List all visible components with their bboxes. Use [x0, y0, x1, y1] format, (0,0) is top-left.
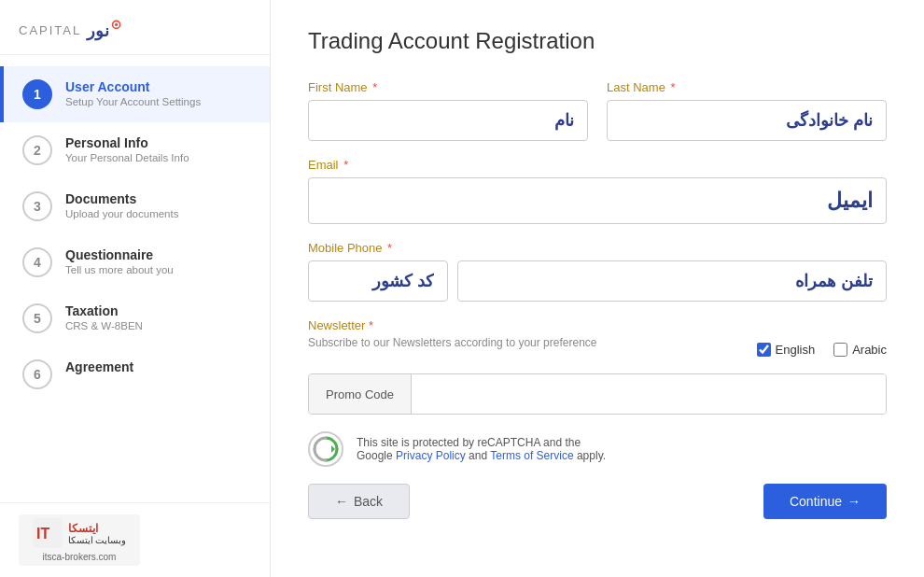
terms-link[interactable]: Terms of Service — [490, 449, 573, 462]
newsletter-arabic-checkbox[interactable] — [833, 343, 847, 357]
sidebar-item-taxation[interactable]: 5 Taxation CRS & W-8BEN — [0, 290, 270, 346]
step-content-5: Taxation CRS & W-8BEN — [65, 303, 251, 331]
step-number-3: 3 — [22, 191, 52, 221]
phone-group: Mobile Phone * — [308, 241, 887, 302]
step-content-2: Personal Info Your Personal Details Info — [65, 135, 251, 163]
promo-label: Promo Code — [309, 374, 412, 414]
step-title-1: User Account — [65, 79, 251, 94]
step-title-6: Agreement — [65, 359, 251, 374]
step-sub-1: Setup Your Account Settings — [65, 96, 251, 107]
step-number-1: 1 — [22, 79, 52, 109]
itsca-logo: IT ایتسکا وبسایت ایتسکا itsca-brokers.co… — [19, 514, 140, 566]
last-name-label: Last Name * — [607, 80, 887, 94]
apply-text: apply. — [577, 449, 606, 462]
logo-icon: نور — [85, 17, 122, 43]
page-title: Trading Account Registration — [308, 28, 887, 54]
promo-row: Promo Code — [308, 373, 887, 415]
sidebar-item-personal-info[interactable]: 2 Personal Info Your Personal Details In… — [0, 122, 270, 178]
step-number-2: 2 — [22, 135, 52, 165]
recaptcha-text-1: This site is protected by reCAPTCHA and … — [357, 436, 581, 449]
logo-area: CAPITAL نور — [0, 0, 270, 55]
first-name-label: First Name * — [308, 80, 588, 94]
and-text: and — [469, 449, 487, 462]
recaptcha-svg — [313, 436, 339, 462]
continue-button[interactable]: Continue → — [763, 484, 887, 519]
step-sub-3: Upload your documents — [65, 208, 251, 219]
svg-text:IT: IT — [36, 526, 49, 542]
step-number-4: 4 — [22, 247, 52, 277]
newsletter-options: English Arabic — [757, 343, 888, 357]
newsletter-label: Newsletter * — [308, 318, 597, 332]
newsletter-sub: Subscribe to our Newsletters according t… — [308, 336, 597, 349]
back-label: Back — [354, 494, 383, 509]
step-sub-4: Tell us more about you — [65, 264, 251, 275]
phone-number-input[interactable] — [457, 260, 887, 302]
phone-label: Mobile Phone * — [308, 241, 887, 255]
continue-arrow-icon: → — [847, 494, 861, 509]
sidebar-item-user-account[interactable]: 1 User Account Setup Your Account Settin… — [0, 66, 270, 122]
newsletter-section: Newsletter * Subscribe to our Newsletter… — [308, 318, 887, 357]
back-arrow-icon: ← — [335, 494, 348, 509]
itsca-subtitle: وبسایت ایتسکا — [68, 535, 127, 545]
email-label: Email * — [308, 158, 887, 172]
step-title-3: Documents — [65, 191, 251, 206]
sidebar: CAPITAL نور 1 User Account Setup Your Ac… — [0, 0, 271, 577]
main-content: Trading Account Registration First Name … — [271, 0, 924, 577]
name-row: First Name * Last Name * — [308, 80, 887, 141]
email-group: Email * — [308, 158, 887, 224]
recaptcha-text-2: Google — [357, 449, 393, 462]
newsletter-english-checkbox[interactable] — [757, 343, 771, 357]
step-title-4: Questionnaire — [65, 247, 251, 262]
email-input[interactable] — [308, 177, 887, 224]
step-sub-5: CRS & W-8BEN — [65, 320, 251, 331]
svg-text:نور: نور — [86, 21, 110, 41]
first-name-group: First Name * — [308, 80, 588, 141]
step-sub-2: Your Personal Details Info — [65, 152, 251, 163]
first-name-input[interactable] — [308, 100, 588, 141]
phone-row — [308, 260, 887, 302]
step-title-5: Taxation — [65, 303, 251, 318]
newsletter-arabic-option[interactable]: Arabic — [833, 343, 887, 357]
newsletter-english-label: English — [776, 343, 816, 357]
step-content-6: Agreement — [65, 359, 251, 376]
newsletter-arabic-label: Arabic — [852, 343, 887, 357]
itsca-icon: IT — [33, 518, 63, 548]
sidebar-item-documents[interactable]: 3 Documents Upload your documents — [0, 178, 270, 234]
step-content-1: User Account Setup Your Account Settings — [65, 79, 251, 107]
back-button[interactable]: ← Back — [308, 484, 410, 519]
newsletter-row: Newsletter * Subscribe to our Newsletter… — [308, 318, 887, 357]
last-name-input[interactable] — [607, 100, 887, 141]
logo: CAPITAL نور — [19, 17, 122, 43]
recaptcha-icon — [308, 431, 343, 467]
sidebar-item-agreement[interactable]: 6 Agreement — [0, 346, 270, 402]
newsletter-english-option[interactable]: English — [757, 343, 816, 357]
svg-point-2 — [115, 23, 118, 26]
newsletter-left: Newsletter * Subscribe to our Newsletter… — [308, 318, 597, 357]
promo-input[interactable] — [412, 374, 886, 414]
itsca-url: itsca-brokers.com — [43, 552, 117, 562]
itsca-title: ایتسکا — [68, 522, 127, 535]
sidebar-steps: 1 User Account Setup Your Account Settin… — [0, 55, 270, 502]
privacy-policy-link[interactable]: Privacy Policy — [396, 449, 466, 462]
recaptcha-text: This site is protected by reCAPTCHA and … — [357, 436, 606, 462]
step-number-6: 6 — [22, 359, 52, 389]
logo-capital: CAPITAL — [19, 23, 81, 37]
step-content-4: Questionnaire Tell us more about you — [65, 247, 251, 275]
last-name-group: Last Name * — [607, 80, 887, 141]
buttons-row: ← Back Continue → — [308, 484, 887, 519]
svg-marker-5 — [331, 445, 335, 453]
phone-code-input[interactable] — [308, 260, 448, 302]
step-title-2: Personal Info — [65, 135, 251, 150]
sidebar-bottom: IT ایتسکا وبسایت ایتسکا itsca-brokers.co… — [0, 502, 270, 577]
sidebar-item-questionnaire[interactable]: 4 Questionnaire Tell us more about you — [0, 234, 270, 290]
continue-label: Continue — [790, 494, 842, 509]
step-content-3: Documents Upload your documents — [65, 191, 251, 219]
recaptcha-row: This site is protected by reCAPTCHA and … — [308, 431, 887, 467]
step-number-5: 5 — [22, 303, 52, 333]
